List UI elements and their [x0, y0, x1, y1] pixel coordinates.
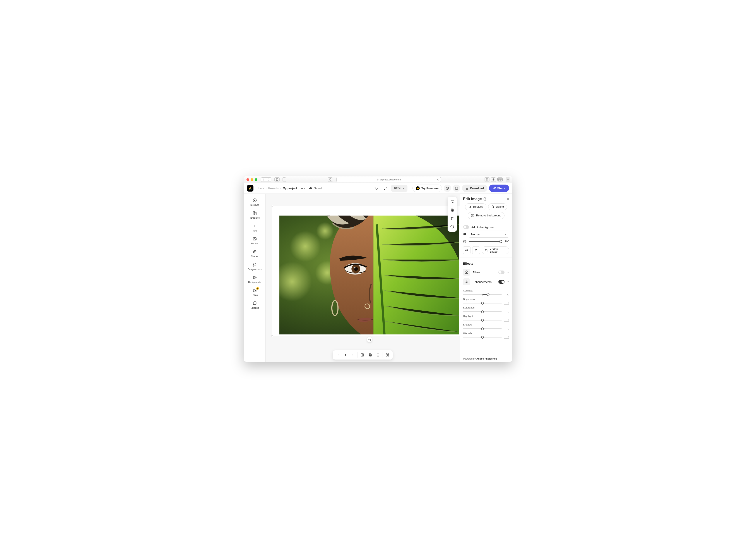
prev-page-button[interactable]: ‹ [334, 351, 342, 359]
redo-button[interactable] [382, 185, 388, 191]
next-page-button[interactable]: › [349, 351, 357, 359]
info-button[interactable] [448, 223, 457, 231]
close-window-button[interactable] [246, 178, 249, 181]
delete-page-button[interactable] [374, 351, 382, 359]
replace-button[interactable]: Replace [465, 203, 486, 210]
svg-rect-52 [386, 355, 387, 356]
duplicate-button[interactable] [448, 206, 457, 214]
reload-button[interactable] [437, 178, 439, 181]
download-button[interactable]: Download [462, 185, 487, 192]
sidebar-item-libraries[interactable]: Libraries [244, 299, 266, 312]
warmth-slider[interactable] [463, 337, 502, 338]
cloud-icon [309, 187, 313, 190]
revert-button[interactable] [367, 337, 372, 343]
flip-horizontal-button[interactable] [463, 246, 471, 254]
svg-rect-54 [471, 214, 474, 217]
breadcrumb-home[interactable]: Home [257, 187, 264, 190]
compass-icon [252, 198, 258, 203]
sidebar-item-logos[interactable]: Logos [244, 286, 266, 299]
brightness-slider[interactable] [463, 303, 502, 303]
duplicate-page-button[interactable] [366, 351, 374, 359]
delete-button[interactable]: Delete [488, 203, 507, 210]
shadow-value[interactable]: 0 [504, 327, 509, 330]
delete-object-button[interactable] [448, 214, 457, 223]
opacity-value[interactable]: 100 [503, 240, 509, 243]
svg-rect-23 [253, 289, 256, 292]
zoom-value: 108% [394, 187, 401, 190]
contrast-value[interactable]: 30 [504, 293, 509, 296]
filters-toggle[interactable] [498, 271, 505, 274]
enhancements-row[interactable]: Enhancements ⌃ [460, 277, 512, 287]
highlight-value[interactable]: 0 [504, 319, 509, 322]
url-bar[interactable]: express.adobe.com [336, 177, 441, 182]
breadcrumb-projects[interactable]: Projects [268, 187, 278, 190]
shadow-slider[interactable] [463, 328, 502, 329]
sidebar-item-design-assets[interactable]: Design assets [244, 260, 266, 273]
text-icon [252, 223, 258, 229]
url-text: express.adobe.com [380, 178, 401, 181]
add-to-background-toggle[interactable] [463, 225, 469, 229]
enhancements-toggle[interactable] [498, 280, 505, 284]
try-premium-button[interactable]: Try Premium [413, 185, 442, 192]
opacity-slider[interactable] [469, 241, 501, 242]
pages-grid-button[interactable] [383, 351, 391, 359]
remove-background-button[interactable]: Remove background [468, 212, 505, 219]
flip-vertical-button[interactable] [472, 246, 479, 254]
share-browser-button[interactable] [491, 177, 496, 182]
warmth-value[interactable]: 0 [504, 336, 509, 339]
new-tab-button[interactable]: + [506, 177, 510, 182]
add-page-button[interactable] [358, 351, 366, 359]
maximize-window-button[interactable] [255, 178, 257, 181]
filters-row[interactable]: Filters ⌄ [460, 267, 512, 277]
sidebar-item-discover[interactable]: Discover [244, 196, 266, 209]
contrast-slider[interactable] [463, 294, 502, 295]
more-actions-button[interactable]: ••• [300, 186, 306, 191]
svg-rect-65 [464, 242, 464, 242]
sidebar-item-photos[interactable]: Photos [244, 235, 266, 247]
app-logo[interactable] [247, 185, 253, 191]
selected-image[interactable] [279, 216, 459, 335]
back-button[interactable] [261, 177, 266, 182]
templates-icon [252, 211, 258, 216]
canvas-area[interactable]: ‹ 1 › [266, 194, 460, 362]
saturation-value[interactable]: 0 [504, 310, 509, 313]
resize-handle[interactable] [271, 335, 273, 337]
sidebar-item-text[interactable]: Text [244, 222, 266, 235]
sidebar-toggle-button[interactable] [275, 177, 279, 182]
highlight-label: Highlight [463, 315, 509, 317]
share-button[interactable]: Share [489, 185, 509, 192]
zoom-dropdown[interactable]: 108% [391, 185, 407, 192]
sidebar-item-shapes[interactable]: Shapes [244, 247, 266, 260]
effects-heading: Effects [460, 260, 512, 267]
blend-mode-select[interactable]: Normal [469, 231, 509, 238]
svg-point-75 [466, 282, 467, 283]
resize-handle[interactable] [271, 205, 273, 207]
calendar-button[interactable] [453, 185, 460, 192]
undo-button[interactable] [373, 185, 379, 191]
tab-dropdown[interactable]: ⌄ [282, 177, 286, 182]
privacy-shield-button[interactable] [328, 177, 333, 182]
saturation-label: Saturation [463, 306, 509, 309]
svg-point-31 [316, 222, 334, 240]
tabs-grid-button[interactable]: ▢▢▢▢▢▢ [497, 177, 503, 182]
minimize-window-button[interactable] [251, 178, 253, 181]
highlight-slider[interactable] [463, 320, 502, 320]
brightness-value[interactable]: 0 [504, 302, 509, 304]
sidebar-item-backgrounds[interactable]: Backgrounds [244, 273, 266, 286]
left-sidebar: Discover Templates Text Photos Shapes De… [244, 194, 266, 362]
sidebar-item-templates[interactable]: Templates [244, 209, 266, 222]
breadcrumb-current[interactable]: My project [283, 187, 297, 190]
help-icon[interactable]: ? [483, 197, 487, 201]
crop-shape-button[interactable]: Crop & Shape [481, 246, 509, 254]
svg-point-74 [467, 282, 467, 282]
crown-icon [416, 186, 420, 190]
lock-icon [377, 179, 378, 181]
forward-button[interactable] [266, 177, 271, 182]
close-panel-button[interactable]: ✕ [507, 197, 510, 201]
brand-button[interactable] [444, 185, 451, 192]
svg-point-43 [452, 226, 452, 226]
align-button[interactable] [448, 198, 457, 206]
saturation-slider[interactable] [463, 311, 502, 312]
downloads-button[interactable] [484, 177, 489, 182]
svg-point-57 [464, 233, 466, 235]
